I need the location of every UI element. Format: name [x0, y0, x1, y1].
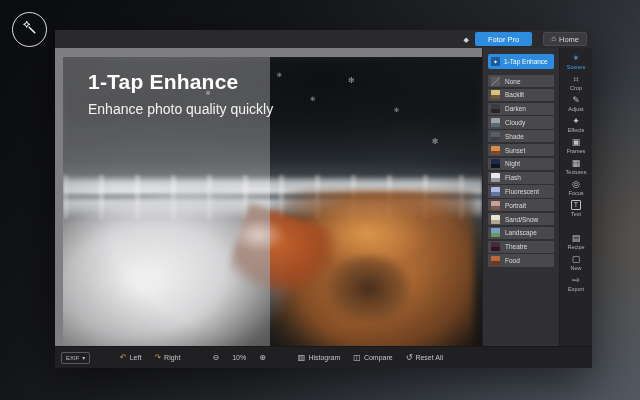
scene-thumbnail-icon	[491, 132, 500, 141]
home-button-label: Home	[559, 35, 579, 44]
tool-adjust[interactable]: ✎ Adjust	[568, 95, 583, 112]
new-file-icon: ▢	[572, 254, 581, 264]
reset-all-label: Reset All	[415, 354, 443, 361]
scene-item-label: Shade	[505, 133, 524, 140]
rotate-right-button[interactable]: ↷ Right	[154, 354, 180, 362]
effects-wand-icon: ✦	[572, 116, 580, 126]
tool-label: Focus	[569, 190, 584, 196]
scene-item-label: 1-Tap Enhance	[504, 58, 548, 65]
scene-item-label: None	[505, 78, 521, 85]
tool-label: Frames	[567, 148, 586, 154]
dandelion-seed: ✻	[348, 77, 355, 85]
zoom-level-value: 10%	[232, 354, 246, 361]
action-recipe[interactable]: ▤ Recipe	[567, 233, 584, 250]
scene-item-sand-snow[interactable]: Sand/Snow	[488, 213, 554, 225]
main-content: ✻ ✻ ✻ ✻ ✻ ✻ 1-Tap Enhance Enhance photo …	[55, 48, 592, 346]
adjust-pencil-icon: ✎	[572, 95, 580, 105]
focus-icon: ◎	[572, 179, 580, 189]
rotate-right-label: Right	[164, 354, 180, 361]
scene-item-landscape[interactable]: Landscape	[488, 227, 554, 239]
compare-label: Compare	[364, 354, 393, 361]
export-icon: ⇨	[572, 275, 580, 285]
action-export[interactable]: ⇨ Export	[568, 275, 584, 292]
scene-thumbnail-icon	[491, 104, 500, 113]
dandelion-seed: ✻	[310, 95, 315, 103]
tool-crop[interactable]: ⌗ Crop	[570, 74, 582, 91]
scene-item-backlit[interactable]: Backlit	[488, 89, 554, 101]
tool-frames[interactable]: ▣ Frames	[567, 137, 586, 154]
reset-all-button[interactable]: ↺ Reset All	[406, 354, 443, 362]
text-icon: T	[571, 200, 581, 210]
scene-thumbnail-icon	[491, 118, 500, 127]
top-bar: ◆ Fotor Pro ⌂ Home	[55, 30, 592, 48]
photo-preview[interactable]: ✻ ✻ ✻ ✻ ✻ ✻ 1-Tap Enhance Enhance photo …	[63, 57, 482, 346]
tool-scenes[interactable]: ✴ Scenes	[567, 53, 585, 70]
histogram-label: Histogram	[308, 354, 340, 361]
photo-canvas: ✻ ✻ ✻ ✻ ✻ ✻ 1-Tap Enhance Enhance photo …	[55, 48, 482, 346]
scene-item-label: Cloudy	[505, 119, 525, 126]
scene-item-cloudy[interactable]: Cloudy	[488, 116, 554, 128]
scene-thumbnail-icon	[491, 146, 500, 155]
magic-wand-tool-button[interactable]	[12, 12, 47, 47]
rotate-right-icon: ↷	[154, 354, 161, 362]
zoom-out-icon[interactable]: ⊖	[212, 354, 219, 362]
scene-item-fluorescent[interactable]: Fluorescent	[488, 185, 554, 197]
zoom-in-icon[interactable]: ⊕	[259, 354, 266, 362]
pro-gem-icon: ◆	[463, 36, 468, 43]
scene-item-label: Fluorescent	[505, 188, 539, 195]
compare-icon: ◫	[353, 354, 361, 362]
scene-item-label: Darken	[505, 105, 526, 112]
tool-label: Recipe	[567, 244, 584, 250]
scene-thumbnail-icon	[491, 173, 500, 182]
scenes-list: None Backlit Darken Cloudy Shade	[483, 75, 559, 267]
scene-thumbnail-icon	[491, 256, 500, 265]
scene-item-label: Theatre	[505, 243, 527, 250]
scene-item-food[interactable]: Food	[488, 254, 554, 266]
one-tap-enhance-icon: ✦	[491, 57, 500, 66]
scene-thumbnail-icon	[491, 90, 500, 99]
scene-item-portrait[interactable]: Portrait	[488, 199, 554, 211]
scene-item-label: Food	[505, 257, 520, 264]
exif-dropdown[interactable]: EXIF ▾	[61, 352, 90, 364]
scene-item-flash[interactable]: Flash	[488, 172, 554, 184]
scene-item-sunset[interactable]: Sunset	[488, 144, 554, 156]
scene-item-night[interactable]: Night	[488, 158, 554, 170]
app-window: ◆ Fotor Pro ⌂ Home ✻ ✻ ✻	[55, 30, 592, 368]
scene-item-darken[interactable]: Darken	[488, 103, 554, 115]
tool-text[interactable]: T Text	[571, 200, 581, 217]
rotate-left-button[interactable]: ↶ Left	[120, 354, 141, 362]
scene-thumbnail-icon	[491, 187, 500, 196]
tool-focus[interactable]: ◎ Focus	[569, 179, 584, 196]
home-icon: ⌂	[551, 35, 556, 43]
scenes-panel: ✦ 1-Tap Enhance None Backlit Darken	[482, 48, 559, 346]
textures-icon: ▦	[572, 158, 581, 168]
tool-label: Text	[571, 211, 581, 217]
tool-textures[interactable]: ▦ Textures	[566, 158, 587, 175]
hero-subtitle: Enhance photo quality quickly	[88, 101, 273, 117]
scenes-icon: ✴	[572, 53, 580, 63]
hero-text: 1-Tap Enhance Enhance photo quality quic…	[88, 70, 273, 117]
tool-label: Textures	[566, 169, 587, 175]
scene-item-label: Landscape	[505, 229, 537, 236]
tool-effects[interactable]: ✦ Effects	[568, 116, 585, 133]
scene-thumbnail-icon	[491, 201, 500, 210]
scene-item-none[interactable]: None	[488, 75, 554, 87]
compare-button[interactable]: ◫ Compare	[353, 354, 392, 362]
home-button[interactable]: ⌂ Home	[543, 32, 587, 46]
status-bar-controls: ↶ Left ↷ Right ⊖ 10% ⊕ ▥ Histogram ◫ Com…	[120, 354, 443, 362]
crop-icon: ⌗	[573, 74, 578, 84]
histogram-button[interactable]: ▥ Histogram	[298, 354, 340, 362]
action-new[interactable]: ▢ New	[570, 254, 581, 271]
hero-title: 1-Tap Enhance	[88, 70, 273, 94]
exif-label: EXIF	[66, 355, 79, 361]
rotate-left-icon: ↶	[120, 354, 127, 362]
magic-wand-icon	[21, 19, 38, 40]
scene-thumbnail-icon	[491, 159, 500, 168]
scene-item-1-tap-enhance[interactable]: ✦ 1-Tap Enhance	[488, 54, 554, 69]
scene-item-theatre[interactable]: Theatre	[488, 241, 554, 253]
tool-label: Crop	[570, 85, 582, 91]
scene-item-label: Backlit	[505, 91, 524, 98]
fotor-pro-button[interactable]: Fotor Pro	[475, 32, 532, 46]
scene-item-shade[interactable]: Shade	[488, 130, 554, 142]
reset-icon: ↺	[406, 354, 413, 362]
